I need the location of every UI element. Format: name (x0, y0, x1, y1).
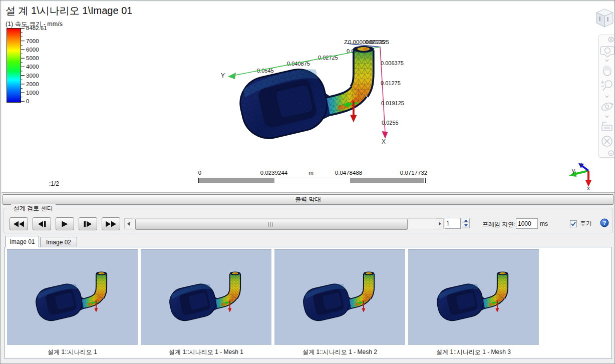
image-gallery-panel: 설계 1::시나리오 1 설계 1::시나리오 1 - Mesh 1 설계 1:… (5, 247, 612, 359)
thumbnail-model (168, 270, 244, 326)
arrow-right-icon (439, 222, 441, 226)
scale-ruler: 0 0.0239244 m 0.0478488 0.0717732 (198, 170, 425, 184)
frame-delay-label: 프레임 지연: (482, 220, 516, 229)
view-cube[interactable] (592, 7, 615, 30)
x-axis: X 0.006375 0.01275 0.019125 0.0255 (380, 48, 404, 145)
svg-text:Z: Z (344, 39, 348, 45)
cycle-checkbox-row[interactable]: 주기 (570, 219, 592, 228)
chevron-down-icon[interactable] (599, 95, 615, 99)
tab-image-01[interactable]: Image 01 (6, 236, 39, 247)
svg-text:0.019125: 0.019125 (381, 100, 404, 106)
svg-text:y: y (572, 167, 575, 174)
scrollbar-track[interactable] (132, 218, 436, 229)
design-review-center: 설계 검토 센터 (4, 208, 613, 233)
model-scene: 0.0545 0.040875 0.02725 0.013625 Y Z 0.0… (2, 2, 614, 192)
output-bar-button[interactable]: 출력 막대 (3, 194, 613, 205)
thumbnail-mesh-2[interactable] (274, 249, 405, 345)
chevron-down-icon[interactable] (599, 115, 615, 119)
showmotion-icon[interactable] (599, 119, 615, 134)
scale-note: :1/2 (49, 180, 59, 187)
thumbnail-mesh-3[interactable] (408, 249, 539, 345)
exit-icon[interactable] (599, 134, 615, 149)
ruler-label: 0.0717732 (400, 170, 427, 176)
scrollbar-left-arrow[interactable] (124, 218, 132, 229)
play-button[interactable] (56, 217, 74, 230)
cycle-label: 주기 (580, 219, 592, 228)
chevron-down-icon[interactable] (599, 59, 615, 63)
step-forward-icon (84, 221, 92, 227)
svg-text:0.0255: 0.0255 (382, 120, 399, 126)
ruler-label: 0.0478488 (335, 170, 362, 176)
thumbnail-model (302, 270, 378, 326)
thumbnail-caption: 설계 1::시나리오 1 - Mesh 1 (141, 348, 271, 356)
frame-scrollbar[interactable] (124, 218, 444, 229)
svg-text:Y: Y (221, 72, 225, 79)
skip-to-end-button[interactable] (102, 217, 120, 230)
3d-viewport[interactable]: 설 계 1\시나리오 1\Image 01 (1) 속도 크기 - mm/s 8… (2, 2, 614, 193)
app-window: 설 계 1\시나리오 1\Image 01 (1) 속도 크기 - mm/s 8… (0, 0, 615, 364)
scrollbar-grip (268, 222, 274, 227)
thumbnail-mesh-1[interactable] (141, 249, 271, 345)
scrollbar-right-arrow[interactable] (436, 218, 444, 229)
thumbnail-caption: 설계 1::시나리오 1 (7, 348, 138, 356)
spin-down-button[interactable] (462, 223, 470, 228)
axis-triad: y z x (565, 161, 600, 191)
svg-text:x: x (587, 185, 590, 191)
minimize-icon[interactable] (599, 150, 615, 157)
frame-number-spinner (445, 218, 461, 229)
pan-hand-icon[interactable] (599, 63, 615, 77)
checkbox-checked-icon[interactable] (570, 220, 577, 227)
svg-text:X: X (382, 138, 386, 145)
thumbnail-scenario-1[interactable] (7, 249, 138, 345)
thumbnail-caption: 설계 1::시나리오 1 - Mesh 2 (274, 348, 405, 356)
play-icon (62, 221, 68, 227)
frame-delay-unit: ms (540, 220, 548, 227)
ruler-label: m (309, 170, 314, 176)
tab-image-02[interactable]: Image 02 (40, 237, 77, 247)
step-back-button[interactable] (33, 217, 51, 230)
skip-to-start-button[interactable] (10, 217, 28, 230)
skip-to-start-icon (14, 221, 24, 227)
ruler-label: 0.0239244 (260, 170, 287, 176)
zoom-icon[interactable] (599, 78, 615, 94)
thumbnail-model (35, 270, 111, 326)
frame-number-input[interactable] (445, 218, 461, 229)
svg-text:0.006375: 0.006375 (381, 60, 404, 66)
arrow-left-icon (127, 222, 130, 226)
help-icon[interactable]: ? (600, 218, 609, 227)
navigation-toolbar (598, 35, 615, 158)
scrollbar-thumb[interactable] (135, 219, 408, 230)
svg-text:0.002125: 0.002125 (365, 39, 389, 45)
frame-delay-input[interactable] (516, 218, 538, 229)
groupbox-title: 설계 검토 센터 (11, 204, 56, 213)
z-axis: Z 0.0000002125 0.002125 (344, 39, 389, 47)
ruler-bar (198, 178, 426, 183)
svg-text:0.01275: 0.01275 (381, 80, 401, 86)
steering-wheel-icon[interactable] (599, 43, 615, 58)
orbit-icon[interactable] (599, 99, 615, 114)
skip-to-end-icon (106, 221, 116, 227)
spin-up-icon (464, 219, 468, 222)
thumbnail-caption: 설계 1::시나리오 1 - Mesh 3 (408, 348, 539, 356)
step-back-icon (38, 221, 46, 227)
navbar-close-icon[interactable] (599, 36, 615, 43)
svg-text:z: z (580, 161, 582, 167)
step-forward-button[interactable] (79, 217, 97, 230)
ruler-label: 0 (198, 170, 201, 176)
spin-down-icon (464, 224, 468, 227)
svg-text:?: ? (603, 220, 606, 226)
thumbnail-model (436, 270, 512, 326)
